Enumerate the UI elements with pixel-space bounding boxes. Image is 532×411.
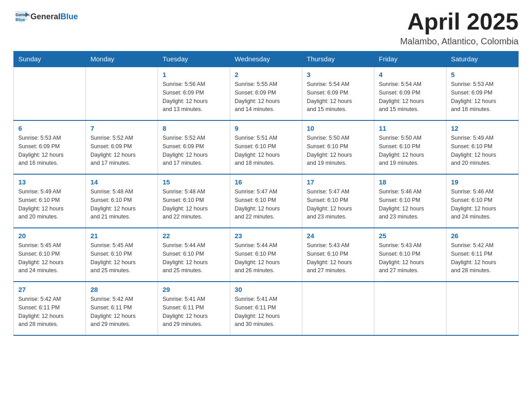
day-info: Sunrise: 5:47 AMSunset: 6:10 PMDaylight:… xyxy=(235,188,297,221)
calendar-cell: 16Sunrise: 5:47 AMSunset: 6:10 PMDayligh… xyxy=(230,174,302,228)
day-info: Sunrise: 5:45 AMSunset: 6:10 PMDaylight:… xyxy=(18,241,81,275)
day-number: 26 xyxy=(451,232,514,240)
calendar-cell: 13Sunrise: 5:49 AMSunset: 6:10 PMDayligh… xyxy=(14,174,86,228)
weekday-header-saturday: Saturday xyxy=(446,51,519,67)
weekday-header-sunday: Sunday xyxy=(14,51,86,67)
weekday-header-tuesday: Tuesday xyxy=(158,51,230,67)
calendar-cell: 29Sunrise: 5:41 AMSunset: 6:11 PMDayligh… xyxy=(158,282,230,335)
day-info: Sunrise: 5:45 AMSunset: 6:10 PMDaylight:… xyxy=(90,241,153,275)
day-number: 27 xyxy=(18,286,81,293)
day-info: Sunrise: 5:46 AMSunset: 6:10 PMDaylight:… xyxy=(379,188,442,221)
weekday-header-wednesday: Wednesday xyxy=(230,51,302,67)
logo-icon: General Blue xyxy=(13,9,30,25)
calendar-cell: 25Sunrise: 5:43 AMSunset: 6:10 PMDayligh… xyxy=(374,228,446,282)
calendar-cell: 24Sunrise: 5:43 AMSunset: 6:10 PMDayligh… xyxy=(302,228,374,282)
calendar-cell xyxy=(302,282,374,335)
logo-blue-text: Blue xyxy=(60,12,78,21)
calendar-cell: 22Sunrise: 5:44 AMSunset: 6:10 PMDayligh… xyxy=(158,228,230,282)
day-number: 1 xyxy=(163,71,225,78)
weekday-header-monday: Monday xyxy=(86,51,158,67)
day-number: 24 xyxy=(307,232,369,240)
calendar-cell: 30Sunrise: 5:41 AMSunset: 6:11 PMDayligh… xyxy=(230,282,302,335)
day-info: Sunrise: 5:42 AMSunset: 6:11 PMDaylight:… xyxy=(18,295,81,329)
day-number: 18 xyxy=(379,178,442,186)
day-info: Sunrise: 5:41 AMSunset: 6:11 PMDaylight:… xyxy=(235,295,297,329)
calendar-week-row: 27Sunrise: 5:42 AMSunset: 6:11 PMDayligh… xyxy=(14,282,519,335)
calendar-week-row: 13Sunrise: 5:49 AMSunset: 6:10 PMDayligh… xyxy=(14,174,519,228)
calendar-header: SundayMondayTuesdayWednesdayThursdayFrid… xyxy=(14,51,519,67)
day-info: Sunrise: 5:54 AMSunset: 6:09 PMDaylight:… xyxy=(307,80,369,114)
calendar-table: SundayMondayTuesdayWednesdayThursdayFrid… xyxy=(13,51,519,336)
calendar-cell: 14Sunrise: 5:48 AMSunset: 6:10 PMDayligh… xyxy=(86,174,158,228)
calendar-cell: 19Sunrise: 5:46 AMSunset: 6:10 PMDayligh… xyxy=(446,174,519,228)
weekday-header-row: SundayMondayTuesdayWednesdayThursdayFrid… xyxy=(14,51,519,67)
calendar-cell: 11Sunrise: 5:50 AMSunset: 6:10 PMDayligh… xyxy=(374,120,446,174)
calendar-cell: 23Sunrise: 5:44 AMSunset: 6:10 PMDayligh… xyxy=(230,228,302,282)
calendar-cell: 15Sunrise: 5:48 AMSunset: 6:10 PMDayligh… xyxy=(158,174,230,228)
day-number: 25 xyxy=(379,232,442,240)
logo: General Blue GeneralBlue xyxy=(13,9,78,25)
day-info: Sunrise: 5:53 AMSunset: 6:09 PMDaylight:… xyxy=(451,80,514,114)
weekday-header-friday: Friday xyxy=(374,51,446,67)
calendar-cell: 17Sunrise: 5:47 AMSunset: 6:10 PMDayligh… xyxy=(302,174,374,228)
calendar-cell: 1Sunrise: 5:56 AMSunset: 6:09 PMDaylight… xyxy=(158,67,230,120)
month-title: April 2025 xyxy=(400,9,519,34)
day-info: Sunrise: 5:42 AMSunset: 6:11 PMDaylight:… xyxy=(90,295,153,329)
calendar-cell: 6Sunrise: 5:53 AMSunset: 6:09 PMDaylight… xyxy=(14,120,86,174)
day-number: 12 xyxy=(451,124,514,132)
day-number: 23 xyxy=(235,232,297,240)
calendar-cell: 10Sunrise: 5:50 AMSunset: 6:10 PMDayligh… xyxy=(302,120,374,174)
calendar-cell xyxy=(86,67,158,120)
day-info: Sunrise: 5:53 AMSunset: 6:09 PMDaylight:… xyxy=(18,134,81,167)
day-info: Sunrise: 5:49 AMSunset: 6:10 PMDaylight:… xyxy=(18,188,81,221)
svg-text:Blue: Blue xyxy=(16,17,26,22)
calendar-cell xyxy=(14,67,86,120)
day-info: Sunrise: 5:48 AMSunset: 6:10 PMDaylight:… xyxy=(90,188,153,221)
day-info: Sunrise: 5:52 AMSunset: 6:09 PMDaylight:… xyxy=(90,134,153,167)
day-number: 10 xyxy=(307,124,369,132)
calendar-cell: 4Sunrise: 5:54 AMSunset: 6:09 PMDaylight… xyxy=(374,67,446,120)
calendar-cell: 8Sunrise: 5:52 AMSunset: 6:09 PMDaylight… xyxy=(158,120,230,174)
page-header: General Blue GeneralBlue April 2025 Mala… xyxy=(13,9,519,47)
calendar-cell: 27Sunrise: 5:42 AMSunset: 6:11 PMDayligh… xyxy=(14,282,86,335)
day-info: Sunrise: 5:56 AMSunset: 6:09 PMDaylight:… xyxy=(163,80,225,114)
calendar-cell: 18Sunrise: 5:46 AMSunset: 6:10 PMDayligh… xyxy=(374,174,446,228)
day-info: Sunrise: 5:50 AMSunset: 6:10 PMDaylight:… xyxy=(307,134,369,167)
day-number: 5 xyxy=(451,71,514,78)
day-info: Sunrise: 5:44 AMSunset: 6:10 PMDaylight:… xyxy=(235,241,297,275)
day-info: Sunrise: 5:43 AMSunset: 6:10 PMDaylight:… xyxy=(379,241,442,275)
day-info: Sunrise: 5:47 AMSunset: 6:10 PMDaylight:… xyxy=(307,188,369,221)
day-info: Sunrise: 5:49 AMSunset: 6:10 PMDaylight:… xyxy=(451,134,514,167)
day-number: 17 xyxy=(307,178,369,186)
day-number: 19 xyxy=(451,178,514,186)
calendar-cell xyxy=(374,282,446,335)
title-block: April 2025 Malambo, Atlantico, Colombia xyxy=(400,9,519,47)
calendar-cell: 12Sunrise: 5:49 AMSunset: 6:10 PMDayligh… xyxy=(446,120,519,174)
calendar-body: 1Sunrise: 5:56 AMSunset: 6:09 PMDaylight… xyxy=(14,67,519,335)
location-subtitle: Malambo, Atlantico, Colombia xyxy=(400,36,519,47)
calendar-cell: 2Sunrise: 5:55 AMSunset: 6:09 PMDaylight… xyxy=(230,67,302,120)
day-number: 13 xyxy=(18,178,81,186)
weekday-header-thursday: Thursday xyxy=(302,51,374,67)
day-info: Sunrise: 5:41 AMSunset: 6:11 PMDaylight:… xyxy=(163,295,225,329)
day-info: Sunrise: 5:46 AMSunset: 6:10 PMDaylight:… xyxy=(451,188,514,221)
day-info: Sunrise: 5:43 AMSunset: 6:10 PMDaylight:… xyxy=(307,241,369,275)
day-number: 29 xyxy=(163,286,225,293)
calendar-week-row: 6Sunrise: 5:53 AMSunset: 6:09 PMDaylight… xyxy=(14,120,519,174)
day-info: Sunrise: 5:55 AMSunset: 6:09 PMDaylight:… xyxy=(235,80,297,114)
day-number: 9 xyxy=(235,124,297,132)
day-number: 14 xyxy=(90,178,153,186)
calendar-cell: 21Sunrise: 5:45 AMSunset: 6:10 PMDayligh… xyxy=(86,228,158,282)
calendar-week-row: 1Sunrise: 5:56 AMSunset: 6:09 PMDaylight… xyxy=(14,67,519,120)
day-number: 16 xyxy=(235,178,297,186)
day-number: 22 xyxy=(163,232,225,240)
day-number: 11 xyxy=(379,124,442,132)
day-number: 6 xyxy=(18,124,81,132)
day-number: 28 xyxy=(90,286,153,293)
day-info: Sunrise: 5:50 AMSunset: 6:10 PMDaylight:… xyxy=(379,134,442,167)
calendar-cell: 3Sunrise: 5:54 AMSunset: 6:09 PMDaylight… xyxy=(302,67,374,120)
day-info: Sunrise: 5:44 AMSunset: 6:10 PMDaylight:… xyxy=(163,241,225,275)
calendar-cell: 20Sunrise: 5:45 AMSunset: 6:10 PMDayligh… xyxy=(14,228,86,282)
calendar-cell: 7Sunrise: 5:52 AMSunset: 6:09 PMDaylight… xyxy=(86,120,158,174)
calendar-cell: 5Sunrise: 5:53 AMSunset: 6:09 PMDaylight… xyxy=(446,67,519,120)
